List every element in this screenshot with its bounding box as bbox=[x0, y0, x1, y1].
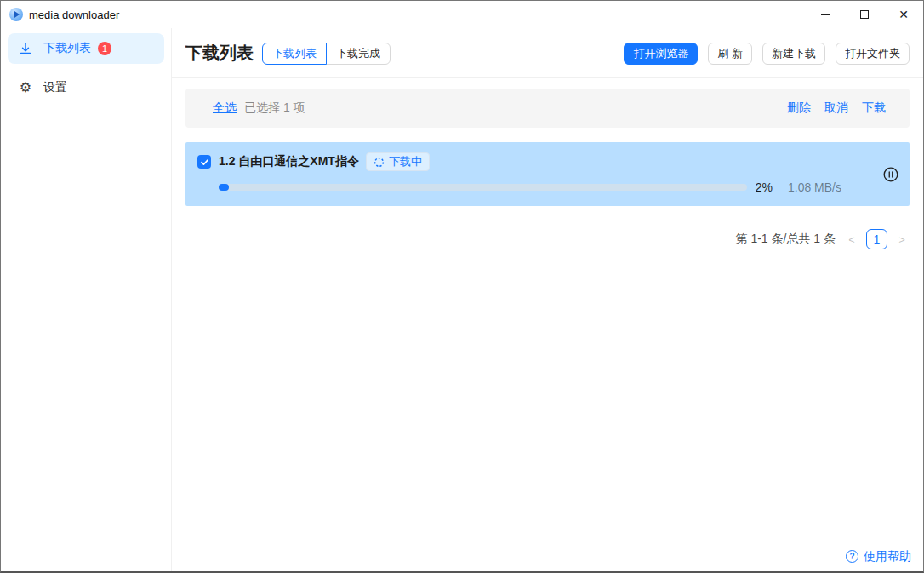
header-actions: 打开浏览器 刷 新 新建下载 打开文件夹 bbox=[624, 43, 910, 65]
maximize-icon bbox=[860, 10, 869, 19]
app-title: media downloader bbox=[29, 9, 119, 21]
sidebar-item-settings[interactable]: ⚙ 设置 bbox=[8, 72, 164, 103]
download-progress-line: 2% 1.08 MB/s bbox=[219, 179, 841, 196]
progress-percent: 2% bbox=[756, 180, 773, 194]
tab-download-list[interactable]: 下载列表 bbox=[262, 43, 327, 65]
sidebar-item-label: 设置 bbox=[43, 80, 67, 95]
question-circle-icon: ? bbox=[846, 550, 858, 563]
footer: ? 使用帮助 bbox=[172, 541, 923, 571]
sidebar: 下载列表 1 ⚙ 设置 bbox=[1, 28, 172, 571]
minimize-button[interactable] bbox=[806, 1, 845, 28]
status-badge: 下载中 bbox=[366, 152, 430, 171]
app-body: 下载列表 1 ⚙ 设置 下载列表 下载列表 下载完成 打开浏览器 刷 新 bbox=[1, 28, 923, 571]
selection-actions: 删除 取消 下载 bbox=[787, 100, 886, 116]
page-1-button[interactable]: 1 bbox=[866, 229, 887, 249]
select-all-link[interactable]: 全选 bbox=[213, 100, 237, 116]
close-button[interactable]: ✕ bbox=[884, 1, 923, 28]
open-browser-button[interactable]: 打开浏览器 bbox=[624, 43, 698, 65]
main-header: 下载列表 下载列表 下载完成 打开浏览器 刷 新 新建下载 打开文件夹 bbox=[172, 28, 923, 78]
cancel-link[interactable]: 取消 bbox=[824, 100, 848, 116]
pagination: 第 1-1 条/总共 1 条 < 1 > bbox=[185, 229, 910, 249]
sidebar-item-label: 下载列表 bbox=[43, 41, 91, 56]
pause-circle-icon bbox=[882, 166, 899, 183]
gear-icon: ⚙ bbox=[18, 81, 33, 95]
page-title: 下载列表 bbox=[185, 42, 254, 65]
download-item-main: 1.2 自由口通信之XMT指令 下载中 bbox=[196, 152, 841, 196]
download-speed: 1.08 MB/s bbox=[788, 180, 841, 194]
app-window: media downloader ✕ 下载列表 1 bbox=[0, 0, 924, 573]
window-controls: ✕ bbox=[806, 1, 923, 28]
status-label: 下载中 bbox=[389, 154, 422, 169]
help-label: 使用帮助 bbox=[864, 549, 911, 564]
pagination-summary: 第 1-1 条/总共 1 条 bbox=[736, 232, 836, 247]
help-link[interactable]: ? 使用帮助 bbox=[846, 549, 911, 564]
download-link[interactable]: 下载 bbox=[862, 100, 886, 116]
titlebar: media downloader ✕ bbox=[1, 1, 923, 28]
progress-bar bbox=[219, 184, 747, 191]
view-tabs: 下载列表 下载完成 bbox=[262, 43, 391, 65]
refresh-button[interactable]: 刷 新 bbox=[708, 43, 752, 65]
close-icon: ✕ bbox=[898, 9, 909, 20]
tab-download-done[interactable]: 下载完成 bbox=[326, 43, 391, 65]
open-folder-button[interactable]: 打开文件夹 bbox=[836, 43, 910, 65]
sidebar-item-download-list[interactable]: 下载列表 1 bbox=[8, 33, 164, 64]
item-title: 1.2 自由口通信之XMT指令 bbox=[219, 154, 359, 169]
pause-button[interactable] bbox=[882, 166, 899, 183]
main-panel: 下载列表 下载列表 下载完成 打开浏览器 刷 新 新建下载 打开文件夹 全选 已… bbox=[172, 28, 923, 571]
download-item-header: 1.2 自由口通信之XMT指令 下载中 bbox=[196, 152, 841, 171]
prev-page-button[interactable]: < bbox=[844, 229, 859, 249]
download-item-row[interactable]: 1.2 自由口通信之XMT指令 下载中 bbox=[185, 142, 910, 206]
progress-fill bbox=[219, 184, 229, 191]
selected-count-label: 已选择 1 项 bbox=[244, 100, 305, 116]
item-checkbox[interactable] bbox=[197, 155, 211, 169]
minimize-icon bbox=[821, 14, 830, 15]
delete-link[interactable]: 删除 bbox=[787, 100, 811, 116]
download-icon bbox=[18, 42, 33, 55]
app-logo-icon bbox=[9, 8, 23, 21]
content-area: 全选 已选择 1 项 删除 取消 下载 bbox=[172, 78, 923, 541]
next-page-button[interactable]: > bbox=[894, 229, 910, 249]
check-icon bbox=[200, 158, 209, 167]
notification-badge: 1 bbox=[98, 42, 111, 55]
new-download-button[interactable]: 新建下载 bbox=[762, 43, 825, 65]
maximize-button[interactable] bbox=[845, 1, 884, 28]
selection-bar: 全选 已选择 1 项 删除 取消 下载 bbox=[185, 89, 910, 128]
loading-icon bbox=[374, 157, 385, 168]
